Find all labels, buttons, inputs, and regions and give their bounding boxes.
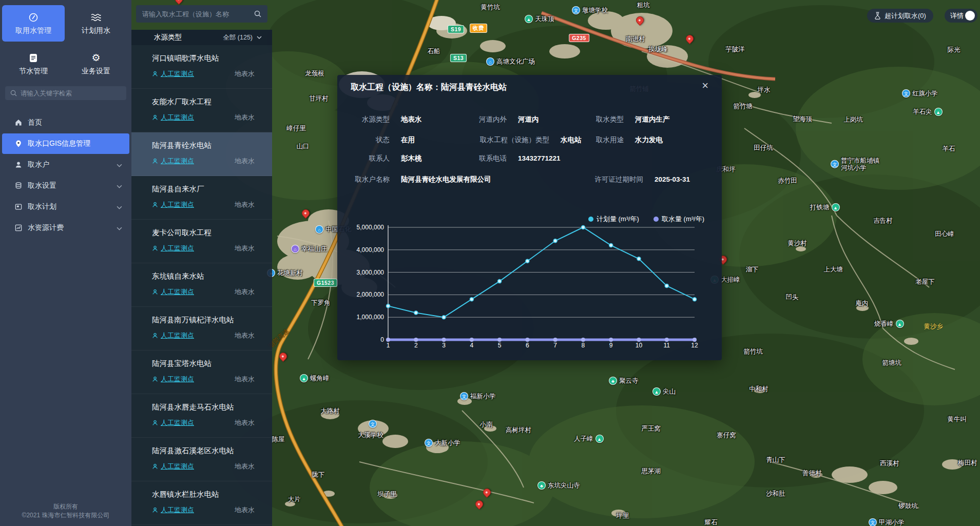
- map-label-text: 际光: [948, 46, 960, 53]
- map-label-text: 嶂仔里: [286, 125, 306, 132]
- person-icon: [152, 71, 158, 77]
- sidebar-item-label: 取水设置: [28, 181, 56, 190]
- close-icon[interactable]: ×: [702, 80, 708, 91]
- road-badge: G235: [569, 34, 589, 42]
- map-label-text: 普宁市船埔镇 河坑小学: [841, 157, 879, 172]
- road-badge: G1523: [314, 279, 337, 287]
- station-name: 陆河县宝塔水电站: [152, 359, 255, 368]
- map-label-text: 南进村: [626, 35, 645, 43]
- station-list-item[interactable]: 河口镇唱歌潭水电站人工监测点地表水: [131, 45, 272, 89]
- manual-monitor-link[interactable]: 人工监测点: [152, 69, 194, 79]
- app-tile-planned-water[interactable]: 计划用水: [65, 5, 127, 42]
- map-label: 羊石尖▲: [913, 108, 943, 116]
- pin-icon: [14, 140, 23, 148]
- app-tile-settings[interactable]: ⚙ 业务设置: [65, 46, 127, 82]
- map-label: 文: [369, 420, 379, 428]
- map-label-text: 螺角嶂: [310, 375, 330, 382]
- manual-monitor-link[interactable]: 人工监测点: [152, 244, 194, 253]
- sidebar-item-3[interactable]: 取水设置: [2, 176, 129, 196]
- manual-monitor-link[interactable]: 人工监测点: [152, 157, 194, 166]
- map-label: 文甲湖小学: [869, 518, 905, 526]
- waves-icon: [90, 12, 102, 23]
- map-label-text: 田心嶂: [935, 230, 954, 238]
- mtn-poi-icon: ▲: [300, 374, 308, 382]
- sidebar-item-label: 首页: [28, 118, 42, 127]
- map-label-text: 梅田村: [958, 459, 977, 466]
- sidebar-item-5[interactable]: 水资源计费: [2, 218, 129, 238]
- map-label-text: 羊石尖: [913, 108, 932, 115]
- manual-monitor-link[interactable]: 人工监测点: [152, 418, 194, 427]
- svg-text:9: 9: [609, 342, 613, 349]
- sidebar-item-0[interactable]: 首页: [2, 112, 129, 133]
- map-label-text: 老屋下: [915, 278, 935, 285]
- search-icon[interactable]: [254, 10, 261, 17]
- manual-monitor-link[interactable]: 人工监测点: [152, 375, 194, 384]
- water-source-label: 地表水: [235, 505, 255, 515]
- field-label: 水源类型: [337, 115, 390, 124]
- sidebar-item-4[interactable]: 取水计划: [2, 197, 129, 217]
- home-icon: [14, 119, 23, 127]
- overplan-intake-button[interactable]: 超计划取水(0): [867, 9, 933, 23]
- school-poi-icon: 文: [460, 392, 468, 400]
- app-tile-water-saving[interactable]: 节水管理: [2, 46, 65, 82]
- manual-monitor-link[interactable]: 人工监测点: [152, 287, 194, 297]
- manual-monitor-link[interactable]: 人工监测点: [152, 331, 194, 340]
- keyword-search-input[interactable]: [21, 90, 121, 97]
- map-label-text: 大溪学校: [358, 432, 383, 439]
- station-search-input[interactable]: [142, 10, 250, 18]
- svg-text:3: 3: [442, 342, 446, 349]
- map-label: ●花塘新村: [267, 269, 303, 277]
- map-label: 上大塘: [823, 266, 843, 273]
- detail-toggle-label: 详情: [950, 11, 964, 21]
- map-label: 锣鼓坑: [898, 502, 918, 510]
- map-label-text: 山口: [297, 143, 310, 150]
- map-label: 寨仔窝: [717, 432, 736, 439]
- station-list-item[interactable]: 陆河县激石溪老区水电站人工监测点地表水: [131, 438, 272, 481]
- sidebar-item-2[interactable]: 取水户: [2, 154, 129, 175]
- map-label-text: 幸福山庄: [301, 245, 327, 252]
- filter-value-dropdown[interactable]: 全部 (125): [223, 33, 262, 42]
- map-label: 高树坪村: [506, 426, 531, 434]
- map-label: 坪水: [758, 86, 771, 93]
- station-list-item[interactable]: 陆河县宝塔水电站人工监测点地表水: [131, 350, 272, 394]
- app-tile-water-intake[interactable]: 取用水管理: [2, 5, 65, 42]
- manual-monitor-link[interactable]: 人工监测点: [152, 200, 194, 209]
- sidebar-item-label: 取水口GIS信息管理: [28, 139, 90, 148]
- station-list-item[interactable]: 陆河县自来水厂人工监测点地表水: [131, 176, 272, 220]
- map-label: 大片: [288, 496, 301, 503]
- manual-monitor-link[interactable]: 人工监测点: [152, 505, 194, 515]
- station-list-item[interactable]: 陆河县水唇走马石水电站人工监测点地表水: [131, 394, 272, 438]
- toggle-knob-icon: [965, 11, 975, 21]
- map-label: ⌂幸福山庄: [291, 245, 327, 253]
- person-icon: [152, 376, 158, 382]
- map-label-text: 人子嶂: [574, 435, 593, 442]
- sidebar-item-1[interactable]: 取水口GIS信息管理: [2, 133, 129, 154]
- field-value: 水力发电: [635, 135, 663, 144]
- station-list-item[interactable]: 陆河县南万镇杞洋水电站人工监测点地表水: [131, 307, 272, 350]
- app-tile-label: 业务设置: [82, 67, 110, 76]
- manual-monitor-link[interactable]: 人工监测点: [152, 462, 194, 471]
- station-list-item[interactable]: 东坑镇自来水站人工监测点地表水: [131, 263, 272, 307]
- station-list-item[interactable]: 水唇镇水栏肚水电站人工监测点地表水: [131, 481, 272, 525]
- field-label: 取水户名称: [337, 175, 390, 184]
- station-list-item[interactable]: 友能水厂取水工程人工监测点地表水: [131, 89, 272, 132]
- map-label: ▲天珠顶: [525, 15, 554, 23]
- station-detail-modal: 取水工程（设施）名称：陆河县青硂水电站 × 水源类型地表水 河道内外河道内 取水…: [337, 75, 722, 360]
- water-source-label: 地表水: [235, 200, 255, 209]
- station-list-item[interactable]: 陆河县青硂水电站人工监测点地表水: [131, 132, 272, 176]
- sidebar-menu: 首页取水口GIS信息管理取水户取水设置取水计划水资源计费: [0, 112, 131, 239]
- map-label-text: 箭竹坑: [743, 348, 763, 355]
- map-label-text: 田仔坑: [754, 144, 773, 151]
- svg-text:12: 12: [691, 342, 698, 349]
- user-icon: [14, 161, 23, 169]
- school-poi-icon: 文: [869, 518, 877, 526]
- map-label: 陈屋: [272, 436, 285, 443]
- manual-monitor-link[interactable]: 人工监测点: [152, 113, 194, 122]
- field-label: 取水类型: [547, 115, 624, 124]
- station-list-item[interactable]: 麦卡公司取水工程人工监测点地表水: [131, 220, 272, 263]
- map-label-text: 箭塘坑: [882, 359, 901, 366]
- map-label-text: 寨仔窝: [717, 432, 736, 439]
- detail-toggle[interactable]: 详情: [945, 9, 977, 23]
- app-tile-label: 节水管理: [19, 67, 48, 76]
- map-label: 西溪村: [880, 460, 899, 467]
